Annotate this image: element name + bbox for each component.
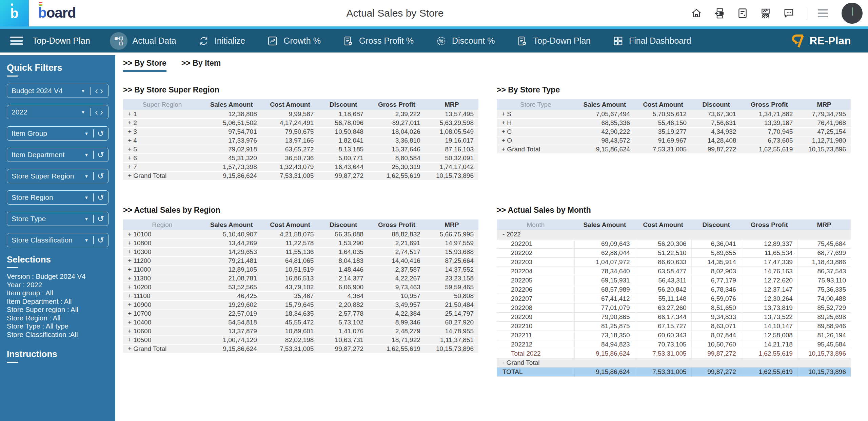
row-label-cell[interactable]: + 11300 (123, 274, 201, 283)
column-header[interactable]: Gross Profit (368, 219, 425, 230)
row-label-cell[interactable]: + 10500 (123, 336, 201, 344)
column-header[interactable]: Discount (318, 219, 368, 230)
row-label-cell[interactable]: + 10700 (123, 309, 201, 318)
row-label-cell[interactable]: + Grand Total (497, 145, 575, 154)
column-header[interactable]: MRP (797, 99, 851, 110)
row-label-cell[interactable]: + 10600 (123, 327, 201, 336)
row-label-cell[interactable]: 202203 (497, 257, 575, 267)
row-label-cell[interactable]: + S (497, 110, 575, 119)
user-avatar[interactable] (842, 3, 863, 24)
chat-icon[interactable] (783, 7, 794, 19)
column-header[interactable]: MRP (425, 219, 478, 230)
column-header[interactable]: Cost Amount (262, 99, 319, 110)
filter-select[interactable]: Budget 2024 V4▼‹› (7, 84, 108, 98)
reset-filter-icon[interactable]: ↺ (97, 172, 104, 180)
row-label-cell[interactable]: + 11200 (123, 256, 201, 265)
chevron-down-icon[interactable]: ▼ (84, 152, 88, 157)
row-label-cell[interactable]: - 2022 (497, 230, 575, 239)
row-label-cell[interactable]: 202212 (497, 340, 575, 349)
row-label-cell[interactable]: + 7 (123, 163, 201, 171)
chevron-down-icon[interactable]: ▼ (84, 131, 88, 136)
filter-select[interactable]: Store Region▼↺ (7, 190, 108, 205)
column-header[interactable]: MRP (797, 219, 851, 230)
column-header[interactable]: Sales Amount (201, 99, 262, 110)
chevron-down-icon[interactable]: ▼ (84, 174, 88, 179)
row-label-cell[interactable]: 202208 (497, 303, 575, 312)
next-arrow-icon[interactable]: › (99, 86, 104, 96)
row-label-cell[interactable]: 202210 (497, 321, 575, 331)
row-label-cell[interactable]: + C (497, 127, 575, 136)
column-header[interactable]: Super Region (123, 99, 201, 110)
reset-filter-icon[interactable]: ↺ (97, 236, 104, 244)
column-header[interactable]: Gross Profit (741, 219, 797, 230)
row-label-cell[interactable]: + 10400 (123, 318, 201, 327)
next-arrow-icon[interactable]: › (99, 108, 104, 117)
row-label-cell[interactable]: 202202 (497, 248, 575, 257)
chevron-down-icon[interactable]: ▼ (81, 88, 85, 93)
column-header[interactable]: Cost Amount (635, 219, 691, 230)
column-header[interactable]: Sales Amount (575, 219, 635, 230)
row-label-cell[interactable]: + 2 (123, 119, 201, 127)
column-header[interactable]: MRP (425, 99, 478, 110)
row-label-cell[interactable]: + 10900 (123, 300, 201, 309)
row-label-cell[interactable]: Total 2022 (497, 349, 575, 358)
row-label-cell[interactable]: + 11000 (123, 265, 201, 274)
notes-icon[interactable] (737, 7, 748, 19)
row-label-cell[interactable]: + 5 (123, 145, 201, 154)
reset-filter-icon[interactable]: ↺ (97, 129, 104, 138)
column-header[interactable]: Month (497, 219, 575, 230)
column-header[interactable]: Discount (691, 219, 741, 230)
row-label-cell[interactable]: + 11100 (123, 292, 201, 300)
presentation-audience-icon[interactable] (760, 7, 771, 19)
filter-select[interactable]: Store Super Region▼↺ (7, 169, 108, 183)
filter-select[interactable]: Store Classification▼↺ (7, 233, 108, 247)
column-header[interactable]: Discount (318, 99, 368, 110)
column-header[interactable]: Region (123, 219, 201, 230)
row-label-cell[interactable]: 202209 (497, 312, 575, 321)
column-header[interactable]: Gross Profit (368, 99, 425, 110)
row-label-cell[interactable]: + 4 (123, 136, 201, 145)
row-label-cell[interactable]: + O (497, 136, 575, 145)
prev-arrow-icon[interactable]: ‹ (94, 108, 99, 117)
row-label-cell[interactable]: + 10300 (123, 248, 201, 256)
row-label-cell[interactable]: 202204 (497, 267, 575, 276)
row-label-cell[interactable]: + Grand Total (123, 344, 201, 353)
nav-tab-top-down-plan[interactable]: Top-Down Plan (516, 35, 591, 47)
nav-tab-discount[interactable]: % Discount % (435, 35, 495, 47)
row-label-cell[interactable]: + 10200 (123, 283, 201, 292)
filter-select[interactable]: Item Department▼↺ (7, 148, 108, 162)
chevron-down-icon[interactable]: ▼ (84, 195, 88, 200)
reset-filter-icon[interactable]: ↺ (97, 215, 104, 223)
tab-by-store[interactable]: >> By Store (123, 59, 166, 72)
row-label-cell[interactable]: + 10100 (123, 230, 201, 239)
screens-layout-icon[interactable] (714, 7, 725, 19)
column-header[interactable]: Sales Amount (575, 99, 635, 110)
row-label-cell[interactable]: 202207 (497, 294, 575, 303)
nav-tab-initialize[interactable]: Initialize (198, 35, 245, 47)
row-label-cell[interactable]: TOTAL (497, 367, 575, 376)
filter-select[interactable]: Item Group▼↺ (7, 126, 108, 141)
row-label-cell[interactable]: 202206 (497, 285, 575, 294)
row-label-cell[interactable]: + 10800 (123, 239, 201, 248)
column-header[interactable]: Discount (691, 99, 741, 110)
chevron-down-icon[interactable]: ▼ (81, 110, 85, 115)
row-label-cell[interactable]: 202205 (497, 276, 575, 285)
row-label-cell[interactable]: 202201 (497, 239, 575, 248)
chevron-down-icon[interactable]: ▼ (84, 216, 88, 222)
reset-filter-icon[interactable]: ↺ (97, 193, 104, 202)
row-label-cell[interactable]: + Grand Total (123, 171, 201, 180)
nav-tab-actual-data[interactable]: Actual Data (110, 32, 176, 50)
filter-select[interactable]: 2022▼‹› (7, 105, 108, 119)
column-header[interactable]: Store Type (497, 99, 575, 110)
row-label-cell[interactable]: 202211 (497, 331, 575, 340)
row-label-cell[interactable]: + 1 (123, 110, 201, 119)
nav-hamburger-icon[interactable] (10, 37, 23, 45)
column-header[interactable]: Cost Amount (262, 219, 319, 230)
home-icon[interactable] (691, 7, 702, 19)
row-label-cell[interactable]: + 6 (123, 154, 201, 163)
column-header[interactable]: Cost Amount (635, 99, 691, 110)
row-label-cell[interactable]: + 3 (123, 127, 201, 136)
chevron-down-icon[interactable]: ▼ (84, 238, 88, 243)
prev-arrow-icon[interactable]: ‹ (94, 86, 99, 96)
nav-tab-growth[interactable]: Growth % (267, 35, 321, 47)
